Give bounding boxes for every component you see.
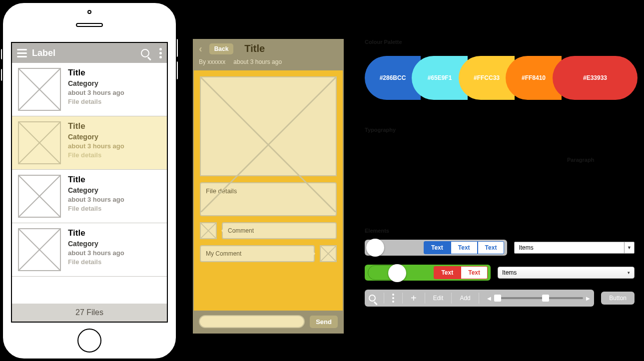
list-item[interactable]: TitleCategoryabout 3 hours agoFile detai… — [12, 63, 167, 116]
item-details: File details — [68, 151, 124, 159]
detail-image-placeholder — [200, 76, 337, 176]
separator — [425, 293, 425, 304]
item-title: Title — [68, 121, 124, 131]
home-button[interactable] — [77, 329, 101, 353]
segment-button[interactable]: Text — [424, 241, 451, 254]
item-details: File details — [68, 98, 124, 105]
list-item[interactable]: TitleCategoryabout 3 hours agoFile detai… — [12, 170, 167, 223]
segment-button[interactable]: Text — [434, 266, 461, 279]
list-item[interactable]: TitleCategoryabout 3 hours agoFile detai… — [12, 223, 167, 277]
thumbnail-placeholder — [18, 228, 61, 271]
item-title: Title — [68, 175, 124, 185]
send-button[interactable]: Send — [310, 316, 338, 328]
menu-icon[interactable] — [17, 49, 27, 57]
swatch-hex: #65E9F1 — [428, 74, 452, 81]
segmented-control-blue: Text Text Text — [424, 241, 504, 254]
thumbnail-placeholder — [18, 121, 61, 164]
my-comment-text: My Comment — [206, 250, 241, 257]
overflow-menu-icon[interactable] — [159, 48, 162, 58]
phone-side-button — [176, 60, 179, 80]
separator — [402, 293, 403, 304]
segment-button[interactable]: Text — [461, 266, 488, 279]
app-bar-title: Label — [32, 48, 136, 58]
comment-avatar — [320, 245, 337, 262]
dropdown-select[interactable]: Items ▾ — [498, 267, 635, 279]
my-comment-bubble: My Comment — [200, 245, 315, 262]
item-time: about 3 hours ago — [68, 249, 124, 257]
segment-button[interactable]: Text — [451, 241, 478, 254]
color-swatch[interactable]: #E33933 — [553, 56, 638, 100]
swatch-hex: #286BCC — [380, 74, 406, 81]
toolbar-add[interactable]: Add — [460, 295, 470, 302]
item-time: about 3 hours ago — [68, 89, 124, 96]
detail-header: ‹ Back Title By xxxxxx about 3 hours ago — [194, 40, 343, 70]
detail-title: Title — [244, 43, 265, 54]
section-label-paragraph: Paragraph — [567, 157, 594, 163]
search-icon[interactable] — [369, 295, 376, 302]
dropdown-value: Items — [502, 269, 517, 276]
thumbnail-placeholder — [18, 68, 61, 111]
separator — [451, 293, 452, 304]
phone-frame: Label TitleCategoryabout 3 hours agoFile… — [2, 2, 177, 360]
chevron-left-icon[interactable]: ‹ — [199, 43, 202, 54]
phone-screen: Label TitleCategoryabout 3 hours agoFile… — [11, 42, 168, 323]
toggle-switch-on[interactable] — [368, 265, 404, 280]
color-palette: #286BCC#65E9F1#FFCC33#FF8410#E33933 — [365, 56, 638, 100]
item-time: about 3 hours ago — [68, 142, 124, 150]
comment-text: Comment — [228, 227, 254, 234]
detail-footer: Send — [194, 311, 343, 333]
phone-side-button — [0, 68, 3, 82]
swatch-hex: #FFCC33 — [474, 74, 500, 81]
phone-side-button — [0, 48, 3, 60]
item-title: Title — [68, 68, 124, 78]
chevron-left-icon: ◀ — [487, 296, 491, 301]
section-label-typography: Typography — [365, 127, 396, 133]
comment-bubble: Comment — [222, 222, 337, 239]
slider[interactable]: ◀ ▶ — [487, 296, 591, 301]
thumbnail-placeholder — [18, 175, 61, 218]
segment-button[interactable]: Text — [478, 241, 505, 254]
list-footer: 27 Files — [12, 304, 167, 322]
separator — [384, 293, 384, 304]
segmented-control-red: Text Text — [434, 266, 488, 279]
swatch-hex: #FF8410 — [522, 74, 546, 81]
detail-time: about 3 hours ago — [233, 58, 282, 65]
item-category: Category — [68, 240, 124, 248]
file-count: 27 Files — [75, 308, 103, 317]
detail-view: ‹ Back Title By xxxxxx about 3 hours ago… — [193, 39, 344, 334]
detail-author: By xxxxxx — [199, 58, 225, 65]
toggle-switch-off[interactable] — [368, 240, 404, 255]
elements-panel: Text Text Text Items ▼ Text Text Items ▾ — [365, 240, 635, 307]
section-label-elements: Elements — [365, 228, 389, 234]
swatch-hex: #E33933 — [583, 74, 607, 81]
plus-icon[interactable]: + — [411, 293, 417, 304]
back-button[interactable]: Back — [209, 43, 234, 54]
toolbar: + Edit Add ◀ ▶ — [365, 290, 594, 307]
message-input[interactable] — [199, 315, 305, 328]
item-title: Title — [68, 228, 124, 238]
item-details: File details — [68, 205, 124, 212]
app-bar: Label — [12, 43, 167, 63]
item-category: Category — [68, 186, 124, 194]
button-label: Button — [609, 295, 627, 302]
dropdown-select[interactable]: Items ▼ — [514, 242, 635, 254]
item-time: about 3 hours ago — [68, 196, 124, 203]
item-category: Category — [68, 133, 124, 141]
item-category: Category — [68, 79, 124, 87]
toolbar-edit[interactable]: Edit — [433, 295, 444, 302]
overflow-menu-icon[interactable] — [392, 294, 394, 303]
item-details: File details — [68, 258, 124, 266]
chevron-right-icon: ▶ — [586, 296, 590, 301]
separator — [479, 293, 479, 304]
list-item[interactable]: TitleCategoryabout 3 hours agoFile detai… — [12, 116, 167, 170]
comment-avatar — [200, 222, 217, 239]
button[interactable]: Button — [601, 292, 635, 305]
search-icon[interactable] — [141, 49, 149, 57]
section-label-colors: Colour Palette — [365, 39, 402, 45]
chevron-down-icon: ▼ — [624, 242, 634, 253]
phone-camera-dot — [87, 10, 91, 14]
phone-side-button — [176, 38, 179, 58]
dropdown-value: Items — [519, 244, 533, 251]
chevron-down-icon: ▾ — [628, 270, 630, 275]
phone-speaker — [76, 23, 103, 27]
